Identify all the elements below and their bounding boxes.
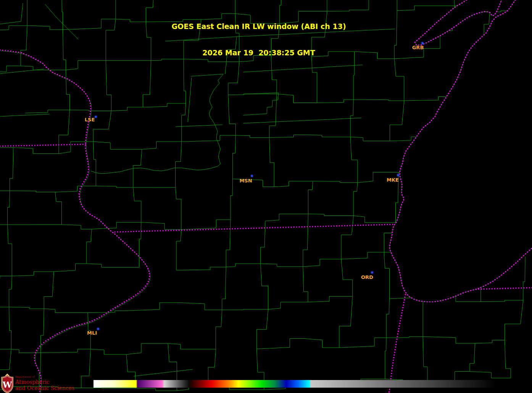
station-dot-LSE xyxy=(95,116,97,118)
uw-aos-branding: W Department of Atmospheric and Oceanic … xyxy=(1,374,74,393)
uw-crest-logo: W xyxy=(1,374,14,393)
goes-satellite-viewer: LSEGRBMSNMKEORDMLI GOES East Clean IR LW… xyxy=(0,0,532,393)
brand-line-1: Atmospheric xyxy=(15,379,74,385)
brand-line-2: and Oceanic Sciences xyxy=(15,385,74,391)
station-label-LSE: LSE xyxy=(85,117,95,122)
station-label-ORD: ORD xyxy=(361,274,373,280)
station-dot-MLI xyxy=(97,328,99,330)
ir-temperature-color-scale xyxy=(94,380,496,388)
station-dot-ORD xyxy=(371,271,373,273)
station-label-MKE: MKE xyxy=(387,177,399,183)
title-line-1: GOES East Clean IR LW window (ABI ch 13) xyxy=(171,22,346,31)
station-dot-GRB xyxy=(421,42,423,44)
image-title: GOES East Clean IR LW window (ABI ch 13)… xyxy=(171,5,346,75)
crest-letter: W xyxy=(2,380,12,390)
station-label-MSN: MSN xyxy=(239,178,252,184)
station-label-MLI: MLI xyxy=(87,330,97,336)
station-label-GRB: GRB xyxy=(412,45,424,50)
title-line-2: 2026 Mar 19 20:38:25 GMT xyxy=(171,48,346,57)
brand-dept-line: Department of xyxy=(15,376,74,379)
station-dot-MSN xyxy=(251,175,253,177)
station-dot-MKE xyxy=(397,174,399,176)
